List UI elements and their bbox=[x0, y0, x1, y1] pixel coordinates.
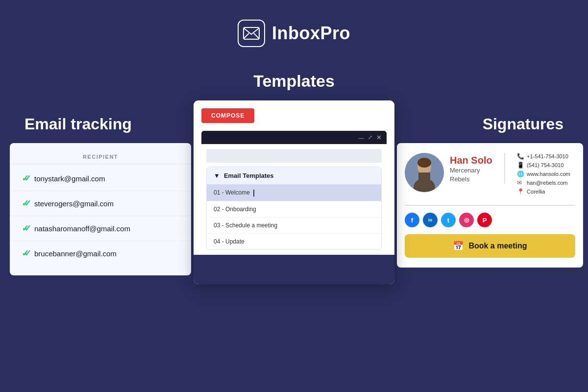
linkedin-icon: in bbox=[428, 218, 432, 222]
template-item-4[interactable]: 04 - Update bbox=[207, 234, 381, 249]
calendar-icon: 📅 bbox=[453, 241, 464, 251]
compose-to-field[interactable] bbox=[206, 149, 382, 163]
svg-line-2 bbox=[254, 33, 259, 39]
templates-section: COMPOSE — ⤢ ✕ ▼ Email Templates bbox=[191, 100, 397, 284]
table-row: ✓ ✓ steverogers@gmail.com bbox=[10, 191, 191, 216]
email-tracking-title: Email tracking bbox=[10, 105, 191, 138]
recipient-email: tonystark@gmail.com bbox=[34, 174, 105, 183]
twitter-icon: t bbox=[447, 217, 449, 224]
check-icon: ✓ ✓ bbox=[20, 198, 34, 209]
signatures-section: Signatures Han Solo bbox=[397, 105, 578, 268]
dropdown-arrow-icon: ▼ bbox=[214, 172, 220, 179]
recipient-email: brucebanner@gmail.com bbox=[34, 249, 117, 258]
contact-location: 📍 Corellia bbox=[517, 188, 575, 195]
table-row: ✓ ✓ brucebanner@gmail.com bbox=[10, 241, 191, 266]
svg-point-7 bbox=[417, 158, 431, 168]
logo-text: InboxPro bbox=[272, 23, 350, 44]
compose-button[interactable]: COMPOSE bbox=[201, 108, 254, 123]
template-item-3[interactable]: 03 - Schedule a meeting bbox=[207, 218, 381, 234]
svg-line-1 bbox=[244, 33, 249, 39]
gmail-preview-window: COMPOSE — ⤢ ✕ ▼ Email Templates bbox=[194, 100, 394, 284]
signature-contact: 📞 +1-541-754-3010 📱 (541) 754-3010 🌐 www… bbox=[511, 153, 575, 197]
facebook-icon: f bbox=[411, 217, 413, 224]
contact-email: ✉ han@rebels.com bbox=[517, 179, 575, 186]
social-links: f in t ◎ P bbox=[405, 213, 575, 227]
email-tracking-section: Email tracking RECIPIENT ✓ ✓ tonystark@g… bbox=[10, 105, 191, 275]
recipient-email: natasharomanoff@gmail.com bbox=[34, 224, 130, 233]
book-meeting-label: Book a meeting bbox=[468, 242, 527, 250]
signature-top: Han Solo Mercenary Rebels 📞 +1-541-754-3… bbox=[405, 153, 575, 206]
compose-titlebar: — ⤢ ✕ bbox=[201, 131, 387, 144]
check-icon: ✓ ✓ bbox=[20, 248, 34, 259]
signature-name-block: Han Solo Mercenary Rebels bbox=[450, 153, 505, 184]
avatar bbox=[405, 153, 444, 192]
signature-name: Han Solo bbox=[450, 155, 498, 166]
signatures-title: Signatures bbox=[397, 105, 578, 138]
check-icon: ✓ ✓ bbox=[20, 173, 34, 184]
location-icon: 📍 bbox=[517, 188, 524, 195]
gmail-top-bar: COMPOSE bbox=[194, 100, 394, 127]
globe-icon: 🌐 bbox=[517, 171, 524, 177]
compose-window: — ⤢ ✕ ▼ Email Templates 01 - Welcome bbox=[201, 131, 387, 255]
linkedin-button[interactable]: in bbox=[423, 213, 438, 227]
contact-phone1: 📞 +1-541-754-3010 bbox=[517, 153, 575, 160]
contact-phone2: 📱 (541) 754-3010 bbox=[517, 162, 575, 169]
instagram-button[interactable]: ◎ bbox=[459, 213, 474, 227]
signature-company: Rebels bbox=[450, 175, 498, 184]
compose-bottom-bar bbox=[194, 255, 394, 284]
tracking-column-header: RECIPIENT bbox=[10, 148, 191, 164]
svg-rect-6 bbox=[418, 172, 430, 182]
email-icon: ✉ bbox=[517, 179, 524, 186]
compose-body: ▼ Email Templates 01 - Welcome 02 - Onbo… bbox=[201, 144, 387, 255]
pinterest-button[interactable]: P bbox=[477, 213, 492, 227]
dropdown-header: ▼ Email Templates bbox=[207, 167, 381, 185]
template-item-2[interactable]: 02 - Onboarding bbox=[207, 201, 381, 218]
tracking-card: RECIPIENT ✓ ✓ tonystark@gmail.com ✓ ✓ st… bbox=[10, 143, 191, 275]
phone-icon: 📞 bbox=[517, 153, 524, 160]
svg-rect-0 bbox=[244, 27, 259, 39]
main-columns: Email tracking RECIPIENT ✓ ✓ tonystark@g… bbox=[0, 105, 588, 284]
recipient-email: steverogers@gmail.com bbox=[34, 199, 114, 208]
instagram-icon: ◎ bbox=[464, 217, 469, 223]
book-meeting-button[interactable]: 📅 Book a meeting bbox=[405, 234, 575, 258]
logo-icon bbox=[238, 20, 265, 47]
table-row: ✓ ✓ tonystark@gmail.com bbox=[10, 166, 191, 191]
pinterest-icon: P bbox=[483, 217, 487, 224]
signature-job-title: Mercenary bbox=[450, 166, 498, 175]
twitter-button[interactable]: t bbox=[441, 213, 456, 227]
table-row: ✓ ✓ natasharomanoff@gmail.com bbox=[10, 216, 191, 241]
contact-website: 🌐 www.hansolo.com bbox=[517, 171, 575, 177]
templates-dropdown: ▼ Email Templates 01 - Welcome 02 - Onbo… bbox=[206, 167, 382, 250]
templates-title: Templates bbox=[253, 72, 335, 90]
header: InboxPro bbox=[0, 0, 588, 47]
template-item-1[interactable]: 01 - Welcome bbox=[207, 185, 381, 201]
mobile-icon: 📱 bbox=[517, 162, 524, 169]
signature-card: Han Solo Mercenary Rebels 📞 +1-541-754-3… bbox=[397, 143, 583, 268]
dropdown-header-text: Email Templates bbox=[224, 172, 274, 179]
facebook-button[interactable]: f bbox=[405, 213, 419, 227]
check-icon: ✓ ✓ bbox=[20, 223, 34, 234]
